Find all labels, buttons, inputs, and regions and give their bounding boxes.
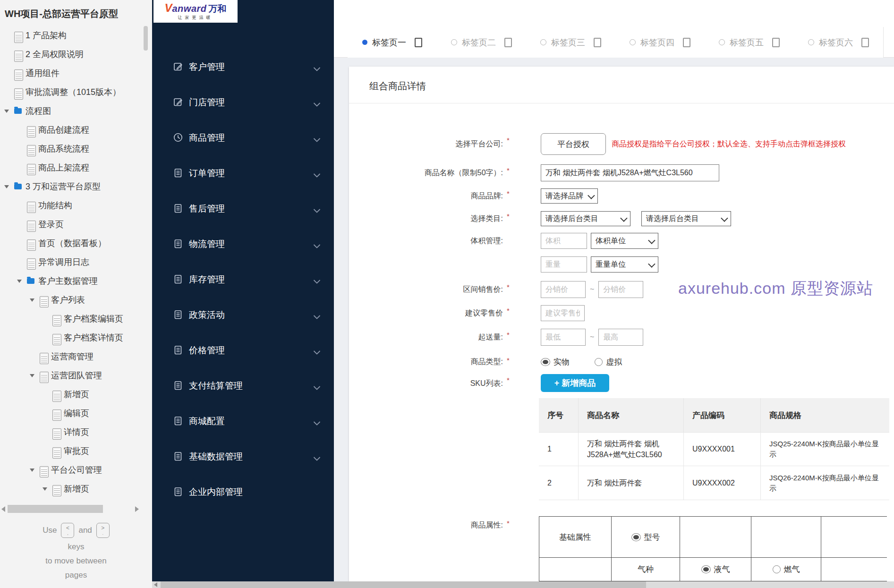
radio-virtual[interactable]: [595, 358, 603, 366]
product-name-input[interactable]: [541, 164, 719, 181]
doc-icon: [173, 345, 183, 355]
radio-selected[interactable]: [631, 533, 641, 541]
doc-icon: [173, 451, 183, 461]
menu-item[interactable]: 支付结算管理: [152, 368, 334, 403]
menu-item[interactable]: 商品管理: [152, 120, 334, 155]
sidebar-vertical-scrollbar-thumb[interactable]: [144, 26, 148, 51]
tree-item[interactable]: 功能结构: [0, 198, 152, 213]
menu-item[interactable]: 门店管理: [152, 85, 334, 120]
tree-item[interactable]: 商品系统流程: [0, 141, 152, 156]
tab-4[interactable]: 标签页四: [615, 27, 705, 58]
min-order-min-input[interactable]: [541, 329, 586, 346]
tree-item[interactable]: 平台公司管理: [0, 462, 152, 477]
menu-item[interactable]: 售后管理: [152, 191, 334, 226]
required-star: *: [507, 307, 515, 315]
price-max-input[interactable]: [598, 281, 643, 298]
volume-label: 体积管理:: [349, 233, 503, 249]
menu-item[interactable]: 企业内部管理: [152, 474, 334, 510]
scroll-right-arrow-icon[interactable]: [135, 506, 139, 512]
category-select-1[interactable]: 请选择后台类目: [541, 211, 630, 226]
radio-physical[interactable]: [541, 358, 550, 366]
tab-6[interactable]: 标签页六: [794, 27, 884, 58]
tree-item[interactable]: 新增页: [0, 387, 152, 402]
retail-price-input[interactable]: [541, 305, 585, 321]
tab-page-icon: [683, 38, 690, 47]
radio-unselected[interactable]: [773, 565, 781, 573]
tree-item[interactable]: 通用组件: [0, 66, 152, 81]
chevron-down-icon: [313, 100, 321, 109]
radio-selected[interactable]: [701, 565, 711, 573]
tab-5[interactable]: 标签页五: [705, 27, 794, 58]
tree-item[interactable]: 审批页: [0, 443, 152, 459]
add-product-button[interactable]: + 新增商品: [541, 374, 609, 392]
tree-item[interactable]: 1 产品架构: [0, 28, 152, 43]
hint-use-text: Use: [43, 526, 57, 535]
horizontal-scrollbar-thumb[interactable]: [161, 581, 646, 588]
volume-input[interactable]: [541, 233, 587, 249]
expand-arrow-icon[interactable]: [17, 280, 22, 283]
menu-item[interactable]: 订单管理: [152, 155, 334, 191]
menu-item[interactable]: 物流管理: [152, 226, 334, 262]
tree-item[interactable]: 客户档案编辑页: [0, 311, 152, 326]
min-order-max-input[interactable]: [598, 329, 643, 346]
menu-item[interactable]: 基础数据管理: [152, 439, 334, 474]
tree-item[interactable]: 登录页: [0, 217, 152, 232]
menu-item-label: 企业内部管理: [189, 474, 243, 510]
tree-item[interactable]: 新增页: [0, 481, 152, 496]
menu-item[interactable]: 客户管理: [152, 49, 334, 85]
scroll-left-arrow-icon[interactable]: [1, 506, 5, 512]
tree-item[interactable]: 客户档案详情页: [0, 330, 152, 345]
expand-arrow-icon[interactable]: [43, 487, 47, 491]
tree-item[interactable]: 3 万和运营平台原型: [0, 179, 152, 194]
tab-2[interactable]: 标签页二: [437, 27, 527, 58]
tree-item[interactable]: 首页（数据看板）: [0, 236, 152, 251]
doc-icon: [173, 203, 183, 213]
tree-item[interactable]: 异常调用日志: [0, 255, 152, 270]
weight-unit-select[interactable]: 重量单位: [591, 256, 658, 273]
tree-item[interactable]: 运营商管理: [0, 349, 152, 364]
expand-arrow-icon[interactable]: [30, 374, 34, 377]
brand-select[interactable]: 请选择品牌: [541, 188, 598, 204]
tree-item[interactable]: 商品上架流程: [0, 160, 152, 175]
platform-auth-button[interactable]: 平台授权: [541, 133, 606, 155]
tree-item-label: 客户档案编辑页: [64, 311, 123, 326]
tree-item-label: 审批页: [64, 443, 89, 459]
scroll-left-arrow-icon[interactable]: [154, 582, 157, 587]
tree-item[interactable]: 流程图: [0, 103, 152, 119]
attribute-cell: [821, 517, 887, 557]
menu-item[interactable]: 政策活动: [152, 297, 334, 332]
tab-label: 标签页五: [730, 37, 764, 48]
expand-arrow-icon[interactable]: [30, 469, 34, 472]
tab-3[interactable]: 标签页三: [526, 27, 616, 58]
tree-item[interactable]: 运营团队管理: [0, 368, 152, 383]
tree-item[interactable]: 审批流调整（1015版本）: [0, 85, 152, 100]
expand-arrow-icon[interactable]: [30, 298, 34, 302]
tree-item[interactable]: 详情页: [0, 425, 152, 440]
price-min-input[interactable]: [541, 281, 586, 298]
edit-icon: [173, 61, 183, 72]
tree-item[interactable]: 商品创建流程: [0, 122, 152, 137]
tab-page-icon: [594, 38, 601, 47]
tree-item[interactable]: 编辑页: [0, 406, 152, 421]
category-select-2[interactable]: 请选择后台类目: [641, 211, 731, 226]
doc-icon: [173, 416, 183, 426]
expand-arrow-icon[interactable]: [4, 110, 9, 113]
tab-1[interactable]: 标签页一: [348, 27, 437, 58]
menu-item-label: 订单管理: [189, 155, 225, 191]
menu-item-label: 商城配置: [189, 403, 225, 439]
chevron-down-icon: [648, 260, 656, 268]
weight-input[interactable]: [541, 256, 587, 273]
tree-item[interactable]: 2 全局权限说明: [0, 47, 152, 62]
menu-item-label: 价格管理: [189, 332, 225, 368]
menu-item[interactable]: 库存管理: [152, 262, 334, 297]
tab-page-icon: [415, 38, 422, 47]
sidebar-horizontal-scrollbar-thumb[interactable]: [8, 505, 103, 513]
menu-item[interactable]: 商城配置: [152, 403, 334, 439]
tree-item[interactable]: 客户列表: [0, 292, 152, 307]
chevron-down-icon: [313, 242, 321, 250]
volume-unit-select[interactable]: 体积单位: [591, 233, 658, 249]
menu-item[interactable]: 价格管理: [152, 332, 334, 368]
chevron-down-icon: [313, 171, 321, 179]
expand-arrow-icon[interactable]: [4, 185, 9, 188]
tree-item[interactable]: 客户主数据管理: [0, 273, 152, 289]
